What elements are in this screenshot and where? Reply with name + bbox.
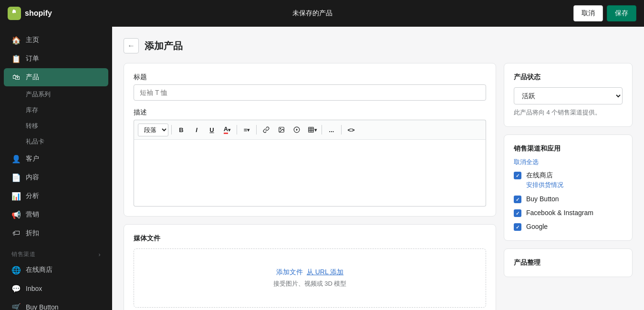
channel-item-google: ✓ Google — [514, 223, 623, 231]
channel-info-facebook-instagram: Facebook & Instagram — [526, 209, 593, 217]
sidebar-item-transfers[interactable]: 转移 — [4, 118, 108, 134]
checkbox-online-store[interactable]: ✓ — [514, 172, 521, 179]
media-hint: 接受图片、视频或 3D 模型 — [144, 279, 476, 288]
customers-icon: 👤 — [11, 154, 21, 164]
products-icon: 🛍 — [11, 72, 21, 82]
sidebar-item-online-store[interactable]: 🌐 在线商店 — [4, 261, 108, 279]
online-store-icon: 🌐 — [11, 265, 21, 275]
topbar: shopify 未保存的产品 取消 保存 — [0, 0, 644, 27]
channel-info-online-store: 在线商店 安排供货情况 — [526, 171, 563, 189]
sidebar-label-inbox: Inbox — [26, 285, 42, 292]
rte-toolbar: 段落 B I U A ▾ ≡ ▾ — [134, 120, 486, 140]
channel-name-online-store: 在线商店 — [526, 171, 563, 180]
sales-channels-header: 销售渠道和应用 — [514, 145, 623, 153]
channel-item-online-store: ✓ 在线商店 安排供货情况 — [514, 171, 623, 189]
sidebar-item-customers[interactable]: 👤 客户 — [4, 150, 108, 168]
table-button[interactable]: ▾ — [305, 123, 319, 136]
marketing-icon: 📢 — [11, 210, 21, 219]
product-status-card: 产品状态 活跃 草稿 此产品将向 4 个销售渠道提供。 — [504, 63, 633, 127]
video-icon — [293, 126, 300, 133]
checkbox-buy-button[interactable]: ✓ — [514, 196, 521, 203]
channel-item-buy-button: ✓ Buy Button — [514, 195, 623, 203]
sidebar-item-gift-cards[interactable]: 礼品卡 — [4, 134, 108, 149]
sidebar-item-analytics[interactable]: 📊 分析 — [4, 187, 108, 205]
image-button[interactable] — [275, 123, 288, 136]
main-column: 标题 描述 段落 B I U A ▾ — [124, 63, 496, 310]
media-title: 媒体文件 — [134, 234, 486, 243]
channel-item-facebook-instagram: ✓ Facebook & Instagram — [514, 209, 623, 217]
sales-channels-card: 销售渠道和应用 取消全选 ✓ 在线商店 安排供货情况 ✓ — [504, 134, 633, 241]
content-area: ← 添加产品 标题 描述 段落 B I — [112, 27, 644, 310]
sidebar-item-products[interactable]: 🛍 产品 — [4, 68, 108, 86]
page-header: ← 添加产品 — [124, 38, 633, 53]
topbar-page-title: 未保存的产品 — [292, 9, 332, 18]
sidebar-item-collections[interactable]: 产品系列 — [4, 87, 108, 102]
video-button[interactable] — [290, 123, 303, 136]
toolbar-divider-2 — [237, 125, 237, 134]
content-columns: 标题 描述 段落 B I U A ▾ — [124, 63, 633, 310]
collections-label: 产品系列 — [26, 90, 51, 99]
table-chevron-icon: ▾ — [314, 127, 317, 133]
main-layout: 🏠 主页 📋 订单 🛍 产品 产品系列 库存 转移 礼品卡 — [0, 27, 644, 310]
color-button[interactable]: A ▾ — [220, 123, 234, 136]
organizer-card: 产品整理 — [504, 248, 633, 277]
sidebar-item-discounts[interactable]: 🏷 折扣 — [4, 224, 108, 242]
sidebar-label-orders: 订单 — [26, 54, 39, 63]
inventory-label: 库存 — [26, 106, 38, 114]
sidebar-item-inbox[interactable]: 💬 Inbox — [4, 279, 108, 298]
align-button[interactable]: ≡ ▾ — [240, 123, 253, 136]
sidebar-item-buy-button[interactable]: 🛒 Buy Button — [4, 298, 108, 310]
underline-button[interactable]: U — [205, 123, 218, 136]
cancel-button[interactable]: 取消 — [573, 5, 603, 21]
media-upload-area[interactable]: 添加文件 从 URL 添加 接受图片、视频或 3D 模型 — [134, 248, 486, 308]
link-button[interactable] — [260, 123, 273, 136]
save-button[interactable]: 保存 — [607, 5, 636, 21]
sidebar-label-customers: 客户 — [26, 155, 39, 163]
sidebar-label-analytics: 分析 — [26, 192, 39, 200]
paragraph-select[interactable]: 段落 — [138, 124, 168, 136]
home-icon: 🏠 — [11, 35, 21, 45]
gift-cards-label: 礼品卡 — [26, 137, 44, 146]
checkbox-facebook-instagram[interactable]: ✓ — [514, 209, 521, 217]
more-button[interactable]: ... — [325, 123, 338, 136]
check-icon-3: ✓ — [516, 211, 519, 216]
media-upload-links: 添加文件 从 URL 添加 — [144, 268, 476, 277]
product-details-card: 标题 描述 段落 B I U A ▾ — [124, 63, 496, 217]
bold-button[interactable]: B — [175, 123, 188, 136]
chevron-down-icon: ▾ — [228, 127, 230, 133]
organizer-title: 产品整理 — [514, 258, 623, 267]
deselect-all-link[interactable]: 取消全选 — [514, 158, 539, 165]
content-icon: 📄 — [11, 173, 21, 182]
sales-channel-section-label: 销售渠道 › — [0, 243, 112, 260]
table-icon — [308, 126, 314, 133]
description-label: 描述 — [134, 108, 486, 117]
logo-text: shopify — [25, 9, 52, 18]
side-column: 产品状态 活跃 草稿 此产品将向 4 个销售渠道提供。 销售渠道和应用 取消全选 — [504, 63, 633, 310]
channel-name-buy-button: Buy Button — [526, 195, 559, 203]
code-icon: <> — [347, 126, 354, 134]
product-title-input[interactable] — [134, 84, 486, 101]
italic-button[interactable]: I — [190, 123, 203, 136]
code-button[interactable]: <> — [344, 123, 358, 136]
sidebar: 🏠 主页 📋 订单 🛍 产品 产品系列 库存 转移 礼品卡 — [0, 27, 112, 310]
channel-name-facebook-instagram: Facebook & Instagram — [526, 209, 593, 217]
sidebar-item-marketing[interactable]: 📢 营销 — [4, 206, 108, 224]
sidebar-item-orders[interactable]: 📋 订单 — [4, 50, 108, 68]
sidebar-label-online-store: 在线商店 — [26, 266, 52, 274]
add-file-link[interactable]: 添加文件 — [276, 268, 303, 277]
channel-link-online-store[interactable]: 安排供货情况 — [526, 181, 563, 189]
sidebar-item-home[interactable]: 🏠 主页 — [4, 31, 108, 49]
rte-body[interactable] — [134, 140, 486, 207]
align-chevron-icon: ▾ — [247, 127, 249, 133]
sidebar-item-content[interactable]: 📄 内容 — [4, 168, 108, 186]
sidebar-item-inventory[interactable]: 库存 — [4, 103, 108, 118]
toolbar-divider-5 — [341, 125, 342, 134]
sidebar-label-marketing: 营销 — [26, 210, 39, 219]
status-hint: 此产品将向 4 个销售渠道提供。 — [514, 108, 623, 117]
back-button[interactable]: ← — [124, 38, 139, 53]
image-icon — [278, 126, 285, 133]
sidebar-label-products: 产品 — [26, 73, 39, 82]
checkbox-google[interactable]: ✓ — [514, 223, 521, 231]
status-select[interactable]: 活跃 草稿 — [514, 87, 623, 104]
add-url-link[interactable]: 从 URL 添加 — [307, 268, 343, 277]
